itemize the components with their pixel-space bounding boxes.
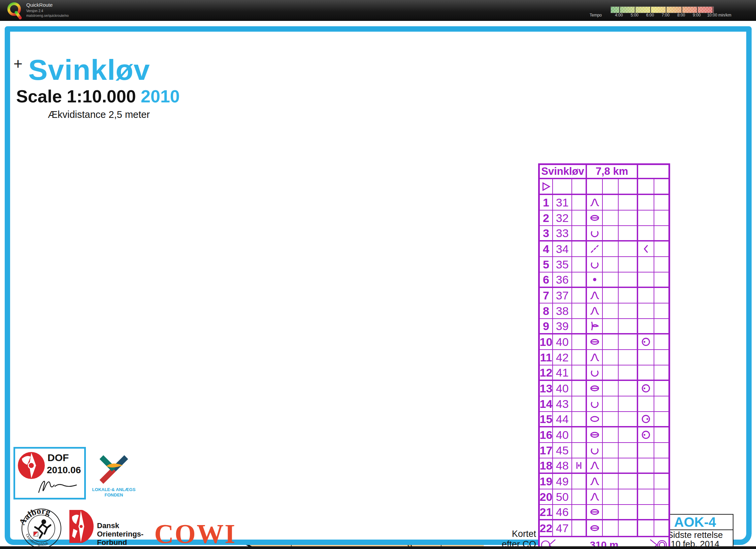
sheet-cell: Svinkløv — [540, 165, 587, 178]
sheet-cell: 7 — [540, 288, 553, 303]
sheet-cell: 40 — [553, 427, 572, 442]
sheet-row: 232 — [540, 211, 668, 226]
sheet-cell: 14 — [540, 396, 553, 411]
control-code: 39 — [556, 320, 569, 333]
sheet-cell: 34 — [553, 241, 572, 256]
sheet-cell — [572, 257, 587, 272]
legend-tick — [635, 7, 635, 13]
sheet-cell — [603, 474, 619, 489]
control-number: 3 — [543, 227, 549, 240]
sheet-row: 2247 — [540, 520, 668, 536]
sheet-cell — [603, 272, 619, 287]
sheet-cell — [619, 272, 638, 287]
sheet-cell — [587, 396, 603, 411]
window-bottom-edge — [0, 546, 756, 549]
sheet-cell — [619, 179, 638, 194]
sheet-cell — [619, 226, 638, 240]
control-number: 11 — [540, 351, 552, 364]
between-symbol-icon — [573, 460, 585, 471]
hill-symbol-icon — [589, 491, 600, 503]
sheet-cell: 46 — [553, 505, 572, 519]
sheet-cell — [619, 303, 638, 318]
sheet-row: 838 — [540, 303, 668, 319]
control-number: 7 — [543, 289, 549, 302]
sheet-cell — [619, 458, 638, 473]
sheet-cell — [572, 489, 587, 504]
sheet-cell — [638, 396, 654, 411]
sheet-cell — [619, 381, 638, 396]
sheet-cell: 42 — [553, 350, 572, 365]
quickroute-window: { "header": { "app_name": "QuickRoute", … — [0, 0, 756, 549]
dof-box-edition: 2010.06 — [47, 465, 81, 476]
control-code: 42 — [556, 351, 569, 364]
laf-logo: LOKALE-& ANLÆGS FONDEN — [90, 453, 137, 498]
sheet-cell: 47 — [553, 520, 572, 536]
sheet-row: 1040 — [540, 334, 668, 350]
sheet-cell — [619, 396, 638, 411]
reentrant-symbol-icon — [589, 320, 600, 332]
sheet-cell: 49 — [553, 474, 572, 489]
depression-symbol-icon — [589, 445, 600, 456]
control-code: 46 — [556, 506, 569, 519]
sheet-cell: 17 — [540, 443, 553, 458]
sheet-cell — [638, 165, 668, 178]
sheet-row: 1745 — [540, 443, 668, 458]
control-code: 34 — [556, 243, 569, 256]
sheet-cell — [619, 288, 638, 303]
tempo-legend-label: Tempo — [590, 13, 602, 18]
control-number: 17 — [540, 444, 552, 457]
sheet-cell — [572, 458, 587, 473]
sheet-row: 1949 — [540, 474, 668, 489]
sheet-cell: 18 — [540, 458, 553, 473]
legend-tick — [713, 7, 713, 13]
control-code: 47 — [556, 522, 569, 535]
sheet-cell — [619, 334, 638, 349]
sheet-cell — [654, 381, 668, 396]
signature-icon — [36, 476, 80, 496]
sheet-cell: 33 — [553, 226, 572, 240]
sheet-cell — [603, 226, 619, 240]
sheet-cell — [603, 489, 619, 504]
sheet-event-name: Svinkløv — [541, 165, 584, 177]
cowi-logo: COWI — [154, 519, 236, 549]
control-code: 40 — [556, 382, 569, 395]
sheet-cell: 35 — [553, 257, 572, 272]
sheet-cell: 37 — [553, 288, 572, 303]
sheet-cell — [587, 241, 603, 256]
sheet-cell — [572, 272, 587, 287]
map-credit-line1: Kortet — [468, 529, 536, 539]
sheet-cell — [587, 520, 603, 536]
sheet-cell: 44 — [553, 412, 572, 426]
control-number: 5 — [543, 258, 549, 271]
control-number: 6 — [543, 273, 549, 286]
sheet-cell — [572, 211, 587, 225]
sheet-cell — [572, 179, 587, 194]
sheet-cell — [619, 427, 638, 442]
tempo-legend: Tempo 4:005:006:007:008:009:0010:00 min/… — [590, 3, 751, 20]
sheet-cell: 39 — [553, 319, 572, 333]
control-number: 9 — [543, 320, 549, 333]
control-number: 4 — [543, 243, 549, 256]
sheet-cell — [587, 211, 603, 225]
sheet-cell — [603, 288, 619, 303]
dansk-line2: Orienterings- — [97, 530, 143, 538]
sheet-cell — [572, 226, 587, 240]
sheet-cell — [603, 334, 619, 349]
sheet-cell — [654, 319, 668, 333]
ellipse-symbol-icon — [589, 413, 600, 425]
aalborg-arc-top: Aalborg — [17, 506, 52, 527]
legend-tick-label: 4:00 — [615, 13, 623, 18]
sheet-cell — [587, 381, 603, 396]
knoll-line-symbol-icon — [589, 383, 600, 394]
app-url: matstroeng.se/quickroute/no — [26, 14, 69, 18]
control-number: 16 — [540, 428, 552, 442]
hill-symbol-icon — [589, 197, 600, 208]
control-code: 44 — [556, 413, 569, 426]
sheet-cell — [572, 195, 587, 210]
sheet-cell — [540, 179, 553, 194]
control-number: 8 — [543, 304, 549, 318]
sheet-cell: 50 — [553, 489, 572, 504]
sheet-cell — [587, 365, 603, 380]
sheet-cell — [572, 427, 587, 442]
control-number: 20 — [540, 490, 552, 504]
